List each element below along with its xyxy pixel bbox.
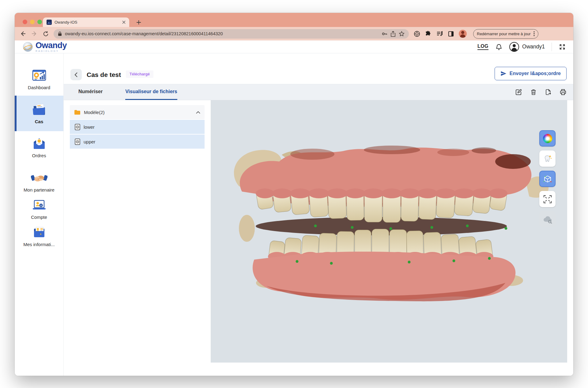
export-file-icon[interactable] bbox=[545, 89, 552, 96]
folder-icon bbox=[74, 110, 81, 115]
bookmark-star-icon[interactable] bbox=[399, 31, 405, 37]
case-title: Cas de test bbox=[87, 71, 121, 80]
address-bar[interactable]: owandy-eu.ios-connect.com/case-managemen… bbox=[54, 29, 409, 39]
tree-folder-header[interactable]: Modèle(2) bbox=[70, 105, 205, 119]
browser-update-button[interactable]: Redémarrer pour mettre à jour bbox=[473, 29, 538, 39]
fit-screen-icon bbox=[543, 195, 552, 204]
url-text: owandy-eu.ios-connect.com/case-managemen… bbox=[65, 31, 379, 36]
sidebar-item-compte[interactable]: Compte bbox=[15, 196, 63, 223]
browser-window: Owandy-IOS owandy-eu.ios-connect.com/cas… bbox=[15, 13, 573, 376]
send-order-label: Envoyer l&apos;ordre bbox=[510, 71, 561, 76]
sidebar-item-label: Compte bbox=[31, 215, 47, 220]
sidebar-item-label: Cas bbox=[35, 119, 43, 124]
logo-name: Owandy bbox=[36, 41, 67, 50]
status-badge: Téléchargé bbox=[126, 70, 153, 78]
print-icon[interactable] bbox=[560, 89, 567, 96]
sidebar-item-label: Ordres bbox=[32, 153, 46, 158]
tab-numeriser[interactable]: Numériser bbox=[78, 84, 103, 100]
tree-file-lower[interactable]: lower bbox=[70, 120, 205, 134]
browser-toolbar: owandy-eu.ios-connect.com/case-managemen… bbox=[15, 27, 573, 40]
password-key-icon[interactable] bbox=[382, 31, 387, 37]
update-button-label: Redémarrer pour mettre à jour bbox=[477, 32, 531, 36]
cube-3d-axes-icon bbox=[543, 174, 552, 184]
edit-case-icon[interactable] bbox=[515, 89, 522, 96]
sidebar-item-label: Dashboard bbox=[28, 85, 50, 90]
dashboard-icon bbox=[32, 69, 47, 82]
sidebar-item-mon-partenaire[interactable]: Mon partenaire bbox=[15, 169, 63, 196]
cloud-tool-button[interactable] bbox=[539, 211, 556, 227]
viewer-toolbar bbox=[539, 130, 556, 227]
traffic-lights bbox=[23, 20, 42, 24]
case-header: Cas de test Téléchargé Envoyer l&apos;or… bbox=[64, 53, 573, 84]
send-order-button[interactable]: Envoyer l&apos;ordre bbox=[495, 67, 567, 80]
dental-3d-model bbox=[221, 136, 551, 308]
partner-handshake-icon bbox=[31, 173, 47, 184]
kebab-menu-icon bbox=[533, 31, 535, 36]
model-file-icon bbox=[75, 124, 80, 130]
app-header: Owandy RADIOLOGY LOG Owandy1 bbox=[15, 40, 573, 53]
chevron-up-icon[interactable] bbox=[196, 111, 200, 114]
tab-favicon-icon bbox=[47, 20, 52, 25]
logo-subtext: RADIOLOGY bbox=[36, 50, 67, 52]
zoom-window-button[interactable] bbox=[37, 20, 42, 24]
browser-profile-avatar[interactable] bbox=[459, 30, 467, 38]
content-row: Modèle(2) lower upper bbox=[64, 100, 573, 363]
sidebar-item-cas[interactable]: Cas bbox=[15, 96, 63, 131]
tooth-sparkle-icon bbox=[543, 154, 552, 164]
account-laptop-icon bbox=[32, 200, 47, 212]
color-mode-button[interactable] bbox=[539, 130, 556, 146]
browser-tab[interactable]: Owandy-IOS bbox=[43, 17, 129, 27]
sidebar-item-mes-informations[interactable]: Mes informati... bbox=[15, 223, 63, 250]
fullscreen-icon[interactable] bbox=[559, 43, 566, 51]
clean-tooth-button[interactable] bbox=[539, 150, 556, 167]
color-sphere-icon bbox=[543, 134, 552, 143]
orders-envelope-icon bbox=[32, 137, 47, 150]
side-panel-icon[interactable] bbox=[447, 30, 454, 37]
model-file-icon bbox=[75, 139, 80, 145]
extensions-puzzle-icon[interactable] bbox=[425, 30, 432, 37]
new-tab-button[interactable] bbox=[135, 18, 143, 26]
lock-icon bbox=[58, 32, 62, 36]
3d-viewer-canvas[interactable] bbox=[211, 100, 567, 363]
my-info-folder-icon bbox=[32, 226, 46, 239]
sidebar-nav: Dashboard Cas Ordres bbox=[15, 53, 64, 376]
sidebar-item-dashboard[interactable]: Dashboard bbox=[15, 66, 63, 93]
minimize-window-button[interactable] bbox=[30, 20, 35, 24]
delete-trash-icon[interactable] bbox=[530, 89, 537, 96]
sidebar-item-label: Mes informati... bbox=[23, 242, 55, 247]
send-icon bbox=[500, 70, 507, 77]
sidebar-gap bbox=[15, 161, 63, 169]
fit-to-screen-button[interactable] bbox=[539, 191, 556, 207]
back-button[interactable] bbox=[70, 69, 82, 80]
tree-file-upper[interactable]: upper bbox=[70, 135, 205, 149]
notifications-bell-icon[interactable] bbox=[495, 43, 503, 51]
cases-folder-icon bbox=[32, 103, 47, 116]
file-name: upper bbox=[84, 139, 95, 144]
log-link[interactable]: LOG bbox=[477, 44, 488, 50]
tree-folder-label: Modèle(2) bbox=[84, 110, 193, 115]
owandy-logo: Owandy RADIOLOGY bbox=[22, 41, 67, 53]
browser-tab-strip: Owandy-IOS bbox=[15, 13, 573, 27]
reload-icon[interactable] bbox=[42, 30, 49, 37]
file-name: lower bbox=[84, 124, 95, 130]
3d-view-button[interactable] bbox=[539, 171, 556, 187]
file-tree-panel: Modèle(2) lower upper bbox=[64, 100, 211, 363]
tab-close-icon[interactable] bbox=[122, 21, 126, 24]
share-icon[interactable] bbox=[390, 31, 396, 37]
cloud-disabled-icon bbox=[542, 215, 553, 224]
header-divider bbox=[552, 43, 552, 51]
user-avatar[interactable] bbox=[509, 42, 519, 52]
username[interactable]: Owandy1 bbox=[522, 44, 545, 50]
bottom-strip bbox=[64, 363, 573, 376]
back-icon[interactable] bbox=[20, 30, 26, 37]
forward-icon[interactable] bbox=[31, 30, 38, 37]
extension-globe-icon[interactable] bbox=[413, 30, 420, 37]
sidebar-item-ordres[interactable]: Ordres bbox=[15, 134, 63, 161]
close-window-button[interactable] bbox=[23, 20, 27, 24]
tab-visualiseur-de-fichiers[interactable]: Visualiseur de fichiers bbox=[125, 84, 177, 100]
reading-list-icon[interactable] bbox=[436, 30, 443, 37]
main-content: Cas de test Téléchargé Envoyer l&apos;or… bbox=[64, 53, 573, 376]
tab-title: Owandy-IOS bbox=[55, 20, 119, 25]
tabs-row: Numériser Visualiseur de fichiers bbox=[64, 84, 573, 100]
owandy-globe-icon bbox=[22, 41, 34, 53]
